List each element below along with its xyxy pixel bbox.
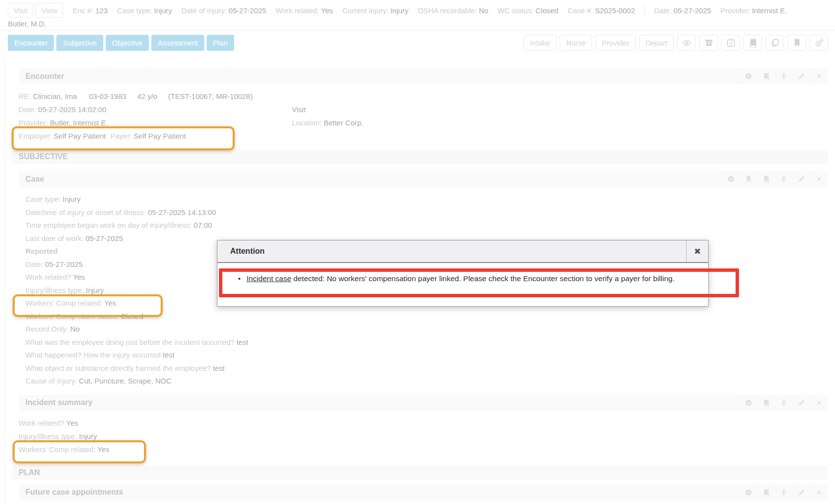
encounter-section-body: RE: Clinician, Ima 03-03-1983 42 y/o (TE… [19,84,828,146]
encounter-info-bar: Visit View Enc #:123 Case type:Injury Da… [0,0,835,30]
edit-icon[interactable] [792,484,810,501]
edit-icon[interactable] [792,395,810,411]
close-icon[interactable]: ✖ [686,240,708,262]
incident-field: Injury/illness type:Injury [19,430,828,443]
nav-objective-button[interactable]: Objective [106,35,149,51]
current-injury-field: Current injury:Injury [342,6,408,15]
alert-message-text: detected: No workers' compensation payer… [291,274,675,283]
osha-recordable-field: OSHA recordable:No [418,6,488,15]
help-icon[interactable] [740,395,757,411]
book-icon[interactable] [757,395,775,411]
incident-summary-title: Incident summary [25,398,93,407]
nav-assessment-button[interactable]: Assessment [151,35,204,51]
nav-subjective-button[interactable]: Subjective [56,35,103,51]
edit-icon[interactable] [792,68,810,84]
case-field: Time employee began work on day of injur… [25,219,828,232]
alert-message: •Incident case detected: No workers' com… [238,274,693,283]
patient-name: Clinician, Ima [33,92,77,100]
patient-dob: 03-03-1983 [89,92,126,100]
visit-date-field: Date:05-27-2025 [654,6,712,15]
copy-icon[interactable] [765,35,784,51]
visit-tab[interactable]: Visit [8,3,33,18]
provider-field-wrap: Butler, M.D. [8,18,835,30]
employer-payer-line: Employer:Self Pay Patient Payer:Self Pay… [19,129,292,143]
bookmark-icon[interactable] [787,35,806,51]
intake-button[interactable]: Intake [524,35,556,51]
enc-number-field: Enc #:123 [72,6,108,15]
visit-heading: Visit [292,103,828,116]
provider-button[interactable]: Provider [596,35,636,51]
patient-line: RE: Clinician, Ima 03-03-1983 42 y/o (TE… [19,90,828,103]
calendar-check-icon[interactable] [721,35,740,51]
encounter-provider-field: Provider:Butler, Internist E. [19,116,292,129]
case-field: Record Only:No [25,323,828,336]
incident-summary-section: Incident summary Work related?Yes Injury… [19,395,828,466]
section-nav-toolbar: Encounter Subjective Objective Assessmen… [0,30,835,55]
close-icon[interactable] [810,484,828,501]
microphone-icon[interactable] [775,484,792,501]
encounter-date-field: Date:05-27-2025 14:02:00 [19,103,292,116]
attention-dialog-header: Attention ✖ [217,240,708,263]
help-icon[interactable] [740,68,757,84]
patient-ids: (TEST-10067, MR-10028) [168,92,253,100]
encounter-section-header: Encounter [19,68,828,84]
microphone-icon[interactable] [775,395,792,411]
incident-summary-header: Incident summary [19,395,828,411]
future-appointments-section: Future case appointments [19,484,828,501]
book-icon[interactable] [757,484,775,501]
view-tab[interactable]: View [36,3,63,18]
eye-icon[interactable] [677,35,696,51]
content-left-edge [4,55,5,504]
nav-plan-button[interactable]: Plan [207,35,234,51]
book-icon[interactable] [757,68,775,84]
gears-icon[interactable] [810,35,828,51]
case-section-header: Case [19,171,828,187]
future-appointments-title: Future case appointments [25,488,123,497]
close-icon[interactable] [810,171,828,187]
future-appointments-header: Future case appointments [19,484,828,501]
close-icon[interactable] [810,68,828,84]
help-icon[interactable] [722,171,740,187]
topbar-divider [644,5,645,16]
patient-age: 42 y/o [137,92,157,100]
attention-dialog: Attention ✖ •Incident case detected: No … [217,240,709,307]
subjective-heading: SUBJECTIVE [12,150,828,164]
attention-dialog-title: Attention [217,240,686,262]
plan-heading: PLAN [12,466,828,480]
incident-field: Work related?Yes [19,416,828,430]
case-type-field: Case type:Injury [117,6,172,15]
depart-button[interactable]: Depart [639,35,674,51]
encounter-section-title: Encounter [25,72,64,81]
case-field: What happened? How the injury occurredte… [25,349,828,362]
microphone-icon[interactable] [775,171,792,187]
incident-summary-body: Work related?Yes Injury/illness type:Inj… [19,411,828,466]
encounter-section: Encounter RE: Clinician, Ima 03-03-1983 … [19,68,828,146]
date-of-injury-field: Date of injury:05-27-2025 [181,6,266,15]
microphone-icon[interactable] [775,68,792,84]
case-field: Workers' Comp claim status:Closed [25,310,828,323]
incident-case-link[interactable]: Incident case [246,274,291,283]
case-number-field: Case #:S2025-0002 [568,6,635,15]
nurse-button[interactable]: Nurse [560,35,592,51]
stage-toolbar: Intake Nurse Provider Depart [524,35,828,51]
attention-dialog-body: •Incident case detected: No workers' com… [217,263,708,283]
bookmark-icon[interactable] [740,171,757,187]
close-icon[interactable] [810,395,828,411]
wc-status-field: WC status:Closed [498,6,558,15]
case-field: What was the employee doing just before … [25,336,828,349]
work-related-field: Work related:Yes [276,6,333,15]
provider-field: Provider:Internist E. [720,6,787,15]
archive-box-icon[interactable] [699,35,718,51]
nav-encounter-button[interactable]: Encounter [8,35,54,51]
section-nav: Encounter Subjective Objective Assessmen… [8,35,234,51]
visit-view-toggle: Visit View [8,3,63,18]
edit-icon[interactable] [792,171,810,187]
encounter-location-field: Location:Better Corp. [292,116,828,129]
book-icon[interactable] [743,35,762,51]
case-section-title: Case [25,175,44,184]
incident-wc-related-field: Workers' Comp related:Yes [19,443,828,456]
book-icon[interactable] [757,171,775,187]
help-icon[interactable] [740,484,757,501]
case-field: Cause of Injury:Cut, Puncture, Scrape, N… [25,375,828,388]
case-field: What object or substance directly harmed… [25,362,828,375]
